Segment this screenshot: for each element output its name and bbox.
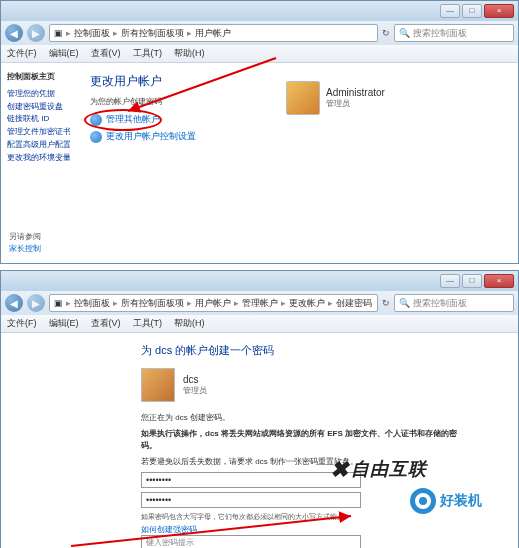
search-icon: 🔍 bbox=[399, 298, 410, 308]
user-type: 管理员 bbox=[183, 385, 207, 396]
intro-text: 您正在为 dcs 创建密码。 bbox=[141, 412, 461, 424]
menu-file[interactable]: 文件(F) bbox=[7, 47, 37, 60]
menu-file[interactable]: 文件(F) bbox=[7, 317, 37, 330]
address-bar: ◀ ▶ ▣ ▸控制面板 ▸所有控制面板项 ▸用户帐户 ▸管理帐户 ▸更改帐户 ▸… bbox=[1, 291, 518, 315]
menu-bar: 文件(F) 编辑(E) 查看(V) 工具(T) 帮助(H) bbox=[1, 315, 518, 333]
password-input[interactable]: •••••••• bbox=[141, 472, 361, 488]
close-button[interactable]: × bbox=[484, 4, 514, 18]
shield-icon bbox=[90, 131, 102, 143]
ring-logo-icon bbox=[410, 488, 436, 514]
crumb[interactable]: 所有控制面板项 bbox=[121, 27, 184, 40]
search-icon: 🔍 bbox=[399, 28, 410, 38]
watermark-text: 好装机 bbox=[440, 492, 482, 510]
x-logo-icon: ✖ bbox=[330, 457, 349, 483]
account-tile[interactable]: Administrator 管理员 bbox=[286, 81, 385, 115]
link-label: 更改用户帐户控制设置 bbox=[106, 130, 196, 143]
link-label: 管理其他帐户 bbox=[106, 113, 160, 126]
breadcrumb[interactable]: ▣ ▸控制面板 ▸所有控制面板项 ▸用户帐户 ▸管理帐户 ▸更改帐户 ▸创建密码 bbox=[49, 294, 378, 312]
crumb[interactable]: 用户帐户 bbox=[195, 297, 231, 310]
maximize-button[interactable]: □ bbox=[462, 274, 482, 288]
menu-edit[interactable]: 编辑(E) bbox=[49, 317, 79, 330]
confirm-password-input[interactable]: •••••••• bbox=[141, 492, 361, 508]
crumb[interactable]: 管理帐户 bbox=[242, 297, 278, 310]
change-uac-link[interactable]: 更改用户帐户控制设置 bbox=[90, 130, 504, 143]
menu-view[interactable]: 查看(V) bbox=[91, 317, 121, 330]
content-area: 控制面板主页 管理您的凭据 创建密码重设盘 链接联机 ID 管理文件加密证书 配… bbox=[1, 63, 518, 263]
minimize-button[interactable]: — bbox=[440, 4, 460, 18]
refresh-icon[interactable]: ↻ bbox=[382, 28, 390, 38]
see-also: 另请参阅 家长控制 bbox=[9, 231, 41, 255]
avatar bbox=[286, 81, 320, 115]
folder-icon: ▣ bbox=[54, 298, 63, 308]
search-placeholder: 搜索控制面板 bbox=[413, 297, 467, 310]
minimize-button[interactable]: — bbox=[440, 274, 460, 288]
search-placeholder: 搜索控制面板 bbox=[413, 27, 467, 40]
forward-button[interactable]: ▶ bbox=[27, 24, 45, 42]
watermark-text: 自由互联 bbox=[351, 457, 427, 481]
search-input[interactable]: 🔍 搜索控制面板 bbox=[394, 294, 514, 312]
see-also-link[interactable]: 家长控制 bbox=[9, 243, 41, 255]
sidebar-link[interactable]: 链接联机 ID bbox=[7, 113, 70, 126]
menu-view[interactable]: 查看(V) bbox=[91, 47, 121, 60]
menu-edit[interactable]: 编辑(E) bbox=[49, 47, 79, 60]
warning-text: 如果执行该操作，dcs 将丢失网站或网络资源的所有 EFS 加密文件、个人证书和… bbox=[141, 428, 461, 452]
forward-button[interactable]: ▶ bbox=[27, 294, 45, 312]
password-hint-input[interactable]: 键入密码提示 bbox=[141, 535, 361, 548]
sidebar-link[interactable]: 更改我的环境变量 bbox=[7, 152, 70, 165]
main-panel: 更改用户帐户 为您的帐户创建密码 管理其他帐户 更改用户帐户控制设置 Admin… bbox=[76, 63, 518, 263]
menu-bar: 文件(F) 编辑(E) 查看(V) 工具(T) 帮助(H) bbox=[1, 45, 518, 63]
sidebar-link[interactable]: 管理您的凭据 bbox=[7, 88, 70, 101]
menu-tools[interactable]: 工具(T) bbox=[133, 47, 163, 60]
menu-help[interactable]: 帮助(H) bbox=[174, 47, 205, 60]
breadcrumb[interactable]: ▣ ▸ 控制面板 ▸ 所有控制面板项 ▸ 用户帐户 bbox=[49, 24, 378, 42]
search-input[interactable]: 🔍 搜索控制面板 bbox=[394, 24, 514, 42]
watermark-ziyouhulian: ✖ 自由互联 bbox=[330, 456, 427, 482]
menu-tools[interactable]: 工具(T) bbox=[133, 317, 163, 330]
crumb[interactable]: 更改帐户 bbox=[289, 297, 325, 310]
titlebar: — □ × bbox=[1, 1, 518, 21]
window-user-accounts: — □ × ◀ ▶ ▣ ▸ 控制面板 ▸ 所有控制面板项 ▸ 用户帐户 ↻ 🔍 … bbox=[0, 0, 519, 264]
maximize-button[interactable]: □ bbox=[462, 4, 482, 18]
titlebar: — □ × bbox=[1, 271, 518, 291]
address-bar: ◀ ▶ ▣ ▸ 控制面板 ▸ 所有控制面板项 ▸ 用户帐户 ↻ 🔍 搜索控制面板 bbox=[1, 21, 518, 45]
folder-icon: ▣ bbox=[54, 28, 63, 38]
crumb[interactable]: 用户帐户 bbox=[195, 27, 231, 40]
crumb[interactable]: 控制面板 bbox=[74, 297, 110, 310]
crumb[interactable]: 创建密码 bbox=[336, 297, 372, 310]
close-button[interactable]: × bbox=[484, 274, 514, 288]
watermark-haozhuangji: 好装机 bbox=[410, 488, 482, 514]
back-button[interactable]: ◀ bbox=[5, 24, 23, 42]
content-area: 为 dcs 的帐户创建一个密码 dcs 管理员 您正在为 dcs 创建密码。 如… bbox=[1, 333, 518, 548]
account-name: Administrator bbox=[326, 87, 385, 98]
see-also-header: 另请参阅 bbox=[9, 231, 41, 243]
crumb[interactable]: 所有控制面板项 bbox=[121, 297, 184, 310]
strong-password-link[interactable]: 如何创建强密码 bbox=[141, 524, 518, 535]
sidebar-header: 控制面板主页 bbox=[7, 71, 70, 84]
crumb[interactable]: 控制面板 bbox=[74, 27, 110, 40]
shield-icon bbox=[90, 114, 102, 126]
avatar bbox=[141, 368, 175, 402]
refresh-icon[interactable]: ↻ bbox=[382, 298, 390, 308]
back-button[interactable]: ◀ bbox=[5, 294, 23, 312]
sidebar-link[interactable]: 管理文件加密证书 bbox=[7, 126, 70, 139]
account-type: 管理员 bbox=[326, 98, 385, 109]
sidebar-link[interactable]: 配置高级用户配置文件属性 bbox=[7, 139, 70, 152]
user-name: dcs bbox=[183, 374, 207, 385]
menu-help[interactable]: 帮助(H) bbox=[174, 317, 205, 330]
page-title: 为 dcs 的帐户创建一个密码 bbox=[141, 343, 518, 358]
sidebar-link[interactable]: 创建密码重设盘 bbox=[7, 101, 70, 114]
user-tile: dcs 管理员 bbox=[141, 368, 518, 402]
